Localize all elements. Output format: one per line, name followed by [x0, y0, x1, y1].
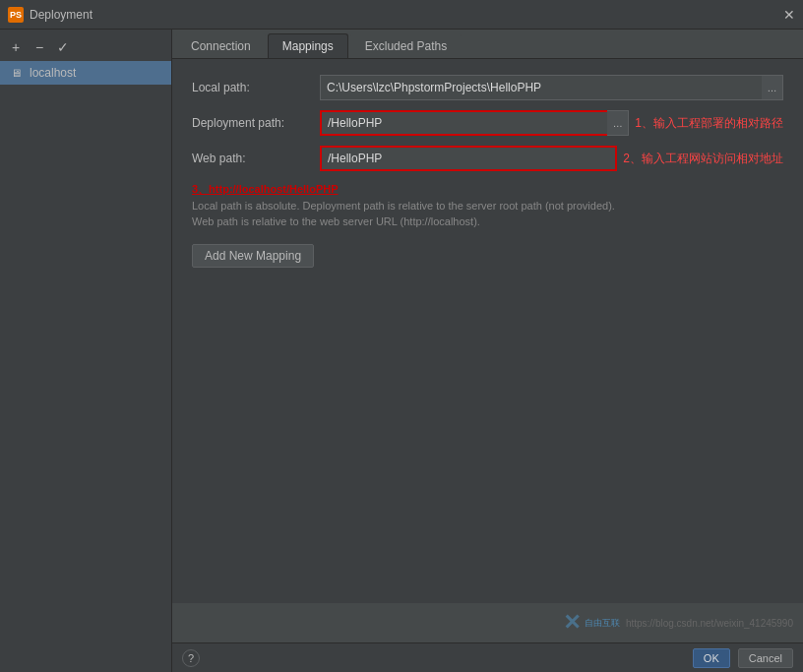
- tab-mappings[interactable]: Mappings: [268, 33, 348, 58]
- titlebar: PS Deployment ✕: [0, 0, 803, 30]
- local-path-input[interactable]: [320, 75, 783, 100]
- hint-line1: Local path is absolute. Deployment path …: [192, 200, 615, 212]
- confirm-button[interactable]: ✓: [53, 37, 73, 57]
- hint-annotation-link: 3、http://localhost/HelloPHP: [192, 183, 339, 195]
- folder-icon-deployment: …: [613, 118, 623, 129]
- local-path-label: Local path:: [192, 81, 320, 94]
- deployment-path-label: Deployment path:: [192, 116, 320, 130]
- deployment-path-annotation: 1、输入工程部署的相对路径: [635, 115, 783, 132]
- sidebar-toolbar: + − ✓: [0, 33, 171, 61]
- close-button[interactable]: ✕: [783, 7, 795, 23]
- window-title: Deployment: [30, 8, 93, 22]
- web-path-input-wrapper: [320, 146, 617, 171]
- help-button[interactable]: ?: [182, 649, 200, 667]
- add-new-mapping-button[interactable]: Add New Mapping: [192, 244, 314, 268]
- local-path-input-wrapper: …: [320, 75, 783, 100]
- deployment-path-input-wrapper: …: [320, 110, 629, 136]
- tabs-bar: Connection Mappings Excluded Paths: [172, 30, 803, 59]
- bottom-left: ?: [182, 649, 200, 667]
- folder-icon: …: [768, 83, 777, 93]
- bottom-bar: ? OK Cancel: [172, 642, 803, 672]
- sidebar-item-localhost[interactable]: 🖥 localhost: [0, 61, 171, 85]
- deployment-path-browse-button[interactable]: …: [607, 110, 629, 136]
- sidebar: + − ✓ 🖥 localhost: [0, 30, 172, 672]
- watermark-url: https://blog.csdn.net/weixin_41245990: [626, 618, 793, 629]
- main-container: + − ✓ 🖥 localhost Connection Mappings Ex…: [0, 30, 803, 672]
- local-path-browse-button[interactable]: …: [762, 75, 783, 100]
- content-area: Connection Mappings Excluded Paths Local…: [172, 30, 803, 672]
- bottom-right: OK Cancel: [693, 648, 793, 668]
- tab-excluded-paths[interactable]: Excluded Paths: [350, 33, 462, 58]
- watermark-area: ✕ 自由互联 https://blog.csdn.net/weixin_4124…: [172, 603, 803, 642]
- add-server-button[interactable]: +: [6, 37, 26, 57]
- local-path-row: Local path: …: [192, 75, 783, 100]
- server-label: localhost: [30, 66, 76, 80]
- tab-connection[interactable]: Connection: [176, 33, 266, 58]
- content-wrapper: Connection Mappings Excluded Paths Local…: [172, 30, 803, 672]
- deployment-path-row: Deployment path: … 1、输入工程部署的相对路径: [192, 110, 783, 136]
- web-path-label: Web path:: [192, 152, 320, 165]
- app-icon: PS: [8, 7, 24, 23]
- watermark-brand: 自由互联: [585, 617, 620, 630]
- hint-text: 3、http://localhost/HelloPHP Local path i…: [192, 181, 783, 230]
- watermark-x-icon: ✕: [563, 610, 581, 636]
- remove-server-button[interactable]: −: [30, 37, 49, 57]
- spacer: [172, 347, 803, 604]
- hint-line2: Web path is relative to the web server U…: [192, 215, 480, 227]
- ok-button[interactable]: OK: [693, 648, 730, 668]
- web-path-input[interactable]: [320, 146, 617, 171]
- server-icon: 🖥: [8, 65, 24, 81]
- web-path-row: Web path: 2、输入工程网站访问相对地址: [192, 146, 783, 171]
- deployment-path-input[interactable]: [320, 110, 629, 136]
- form-area: Local path: … Deployment path: …: [172, 59, 803, 347]
- cancel-button[interactable]: Cancel: [738, 648, 793, 668]
- web-path-annotation: 2、输入工程网站访问相对地址: [623, 151, 783, 167]
